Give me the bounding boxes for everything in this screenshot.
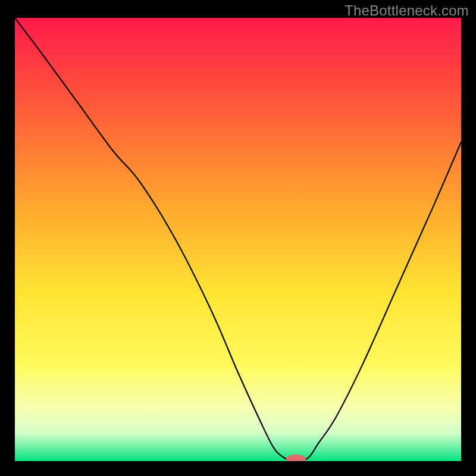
plot-area [15, 18, 461, 461]
gradient-background [15, 18, 461, 461]
bottleneck-chart [15, 18, 461, 461]
watermark-label: TheBottleneck.com [345, 2, 469, 19]
chart-frame: TheBottleneck.com [0, 0, 476, 476]
